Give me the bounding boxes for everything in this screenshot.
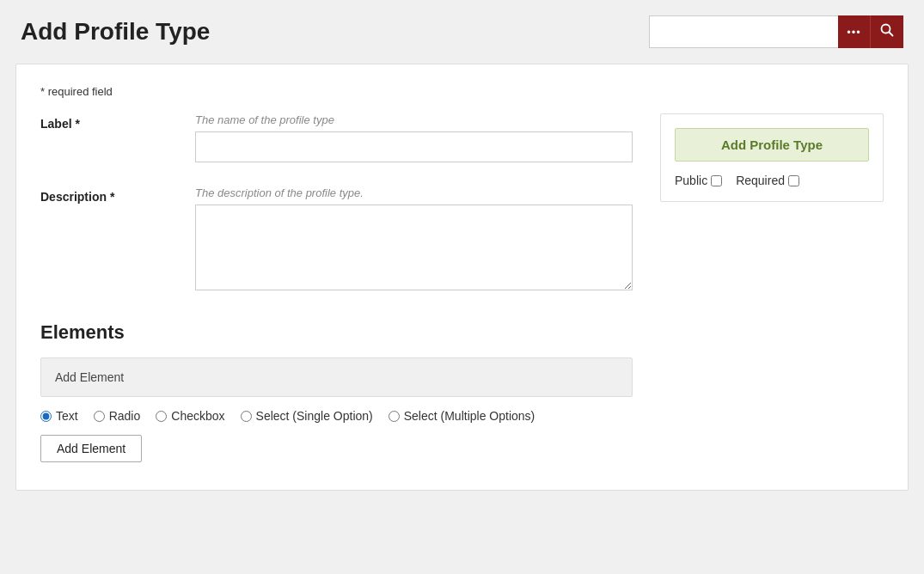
page-title: Add Profile Type — [21, 18, 210, 46]
radio-text[interactable] — [40, 411, 52, 422]
radio-select-multiple[interactable] — [389, 411, 400, 422]
add-element-button-label: Add Element — [57, 442, 125, 455]
side-checkboxes: Public Required — [675, 174, 869, 187]
radio-select-single[interactable] — [241, 411, 252, 422]
element-type-select-multiple[interactable]: Select (Multiple Options) — [389, 409, 535, 423]
add-profile-type-label: Add Profile Type — [721, 137, 823, 152]
header-search-area: ••• — [649, 15, 903, 48]
elements-section: Elements Add Element Text Radio — [40, 321, 633, 462]
description-field-label: Description * — [40, 186, 195, 204]
element-type-checkbox[interactable]: Checkbox — [156, 409, 224, 423]
search-button[interactable] — [871, 15, 903, 48]
description-textarea[interactable] — [195, 205, 633, 290]
element-type-select-single-label: Select (Single Option) — [256, 409, 373, 423]
description-field-area: The description of the profile type. — [195, 186, 633, 294]
required-note: * required field — [40, 85, 884, 98]
form-layout: Label * The name of the profile type Des… — [40, 113, 884, 462]
form-main: Label * The name of the profile type Des… — [40, 113, 633, 462]
element-type-checkbox-label: Checkbox — [171, 409, 224, 423]
public-checkbox-label[interactable]: Public — [675, 174, 722, 187]
label-row: Label * The name of the profile type — [40, 113, 633, 162]
more-button[interactable]: ••• — [838, 15, 871, 48]
element-type-row: Text Radio Checkbox Select — [40, 409, 633, 423]
add-profile-type-button[interactable]: Add Profile Type — [675, 128, 869, 162]
radio-checkbox[interactable] — [156, 411, 167, 422]
element-type-radio[interactable]: Radio — [94, 409, 141, 423]
add-element-bar-label: Add Element — [55, 370, 124, 384]
public-checkbox[interactable] — [711, 175, 722, 186]
more-icon: ••• — [847, 26, 861, 39]
element-type-radio-label: Radio — [109, 409, 141, 423]
side-card: Add Profile Type Public Required — [660, 113, 884, 202]
description-hint: The description of the profile type. — [195, 186, 633, 199]
label-field-label: Label * — [40, 113, 195, 131]
radio-radio[interactable] — [94, 411, 105, 422]
label-input[interactable] — [195, 131, 633, 162]
required-checkbox[interactable] — [788, 175, 799, 186]
element-type-select-multiple-label: Select (Multiple Options) — [404, 409, 535, 423]
element-type-text[interactable]: Text — [40, 409, 78, 423]
main-card: * required field Label * The name of the… — [15, 64, 909, 491]
label-hint: The name of the profile type — [195, 113, 633, 126]
form-side: Add Profile Type Public Required — [660, 113, 884, 202]
required-checkbox-label[interactable]: Required — [736, 174, 799, 187]
element-type-text-label: Text — [56, 409, 78, 423]
element-type-select-single[interactable]: Select (Single Option) — [241, 409, 373, 423]
elements-title: Elements — [40, 321, 633, 344]
header: Add Profile Type ••• — [0, 0, 924, 64]
add-element-button[interactable]: Add Element — [40, 435, 142, 462]
add-element-bar[interactable]: Add Element — [40, 357, 633, 397]
search-input[interactable] — [649, 15, 838, 48]
search-icon — [880, 23, 894, 40]
required-label-text: Required — [736, 174, 785, 187]
svg-line-1 — [890, 33, 893, 36]
description-row: Description * The description of the pro… — [40, 186, 633, 294]
public-label-text: Public — [675, 174, 707, 187]
label-field-area: The name of the profile type — [195, 113, 633, 162]
